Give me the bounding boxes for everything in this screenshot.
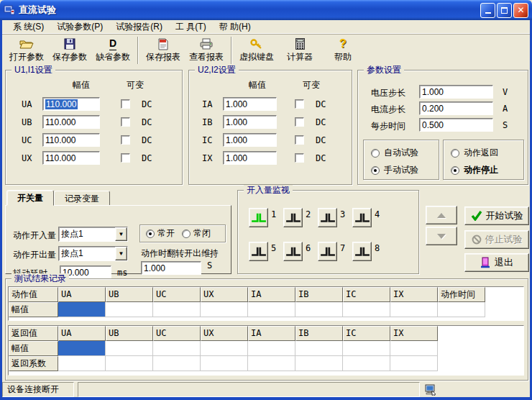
virtual-keyboard-button[interactable]: 虚拟键盘 (235, 35, 278, 65)
channel-4-number: 4 (375, 209, 380, 219)
action-stop-option[interactable]: 动作停止 (451, 164, 498, 176)
uc-amplitude-input[interactable]: 110.000 (42, 133, 100, 147)
menu-system[interactable]: 系 统(S) (6, 20, 50, 34)
auto-test-radio[interactable] (371, 149, 380, 158)
ux-dc-checkbox[interactable] (121, 153, 130, 163)
ix-dc-checkbox[interactable] (295, 153, 304, 163)
ua-dc-checkbox[interactable] (121, 99, 130, 109)
current-step-input[interactable]: 0.200 (419, 101, 493, 115)
return-cell[interactable] (248, 341, 295, 356)
channel-2-button[interactable] (283, 208, 303, 227)
ub-dc-checkbox[interactable] (121, 117, 130, 127)
return-value-table: 返回值 UA UB UC UX IA IB IC IX 幅值 返回系数 (9, 326, 523, 371)
open-params-button[interactable]: 打开参数 (5, 35, 48, 65)
channel-7-button[interactable] (318, 242, 337, 261)
return-cell[interactable] (153, 341, 201, 356)
status-message-panel (78, 382, 420, 397)
menu-help[interactable]: 帮 助(H) (213, 20, 257, 34)
action-cell-ua-selected[interactable] (58, 302, 106, 317)
menu-tools[interactable]: 工 具(T) (169, 20, 213, 34)
ux-amplitude-input[interactable]: 110.000 (42, 151, 100, 165)
uc-dc-checkbox[interactable] (121, 135, 130, 145)
channel-8-button[interactable] (352, 242, 372, 261)
calculator-button[interactable]: 计算器 (278, 35, 321, 65)
stop-test-button[interactable]: 停止试验 (464, 230, 529, 249)
flip-hold-input[interactable]: 1.000 (141, 261, 201, 275)
ia-amplitude-input[interactable]: 1.000 (223, 97, 277, 111)
return-cell-ua-selected[interactable] (58, 341, 106, 356)
channel-3-number: 3 (340, 209, 345, 219)
exit-button[interactable]: 退出 (464, 253, 529, 272)
ix-amplitude-input[interactable]: 1.000 (223, 151, 277, 165)
manual-test-radio[interactable] (371, 166, 380, 175)
menu-test-params[interactable]: 试验参数(P) (50, 20, 109, 34)
auto-test-option[interactable]: 自动试验 (371, 147, 418, 159)
ib-amplitude-input[interactable]: 1.000 (223, 115, 277, 129)
action-cell[interactable] (248, 302, 295, 317)
u1-amp-header: 幅值 (45, 79, 117, 91)
action-cell[interactable] (343, 302, 390, 317)
step-up-button[interactable] (426, 206, 457, 224)
ib-dc-checkbox[interactable] (295, 117, 304, 127)
view-report-button[interactable]: 查看报表 (185, 35, 228, 65)
maximize-button[interactable] (497, 3, 512, 18)
step-down-button[interactable] (426, 227, 457, 245)
normally-open-radio[interactable] (146, 229, 155, 238)
default-params-button[interactable]: D 缺省参数 (91, 35, 134, 65)
start-test-button[interactable]: 开始试验 (464, 206, 529, 225)
ia-dc-checkbox[interactable] (295, 99, 304, 109)
action-cell[interactable] (295, 302, 343, 317)
return-cell[interactable] (343, 356, 390, 371)
action-return-option[interactable]: 动作返回 (451, 147, 498, 159)
menu-test-report[interactable]: 试验报告(R) (109, 20, 169, 34)
return-cell[interactable] (106, 356, 153, 371)
tab-switch-quantity[interactable]: 开关量 (6, 190, 54, 206)
ic-amplitude-input[interactable]: 1.000 (223, 133, 277, 147)
normally-closed-radio[interactable] (182, 229, 191, 238)
action-cell[interactable] (153, 302, 201, 317)
minimize-button[interactable] (480, 3, 495, 18)
return-row-label-coefficient: 返回系数 (9, 356, 58, 371)
action-cell[interactable] (106, 302, 153, 317)
return-cell[interactable] (106, 341, 153, 356)
return-cell[interactable] (201, 356, 248, 371)
action-cell[interactable] (201, 302, 248, 317)
connection-status: 设备连接断开 (2, 382, 74, 397)
normally-closed-option[interactable]: 常闭 (182, 227, 211, 240)
return-cell[interactable] (153, 356, 201, 371)
tab-record-variable[interactable]: 记录变量 (54, 191, 110, 206)
channel-5-button[interactable] (249, 242, 268, 261)
action-cell[interactable] (390, 302, 438, 317)
ua-amplitude-input[interactable]: 110.000 (42, 97, 100, 111)
return-cell[interactable] (201, 341, 248, 356)
normally-open-option[interactable]: 常开 (146, 227, 175, 240)
dropdown-arrow-icon[interactable]: ▼ (115, 227, 127, 241)
channel-3-button[interactable] (318, 208, 337, 227)
return-cell[interactable] (58, 356, 106, 371)
return-cell[interactable] (390, 356, 438, 371)
return-cell[interactable] (295, 356, 343, 371)
close-button[interactable]: ✕ (513, 3, 528, 18)
help-button[interactable]: ? 帮助 (321, 35, 364, 65)
return-cell[interactable] (248, 356, 295, 371)
voltage-step-unit: V (503, 87, 508, 97)
return-cell[interactable] (390, 341, 438, 356)
return-cell[interactable] (343, 341, 390, 356)
action-return-radio[interactable] (451, 149, 459, 158)
voltage-step-input[interactable]: 1.000 (419, 85, 493, 99)
action-output-select[interactable]: 接点1 ▼ (58, 246, 128, 261)
save-report-button[interactable]: 保存报表 (142, 35, 185, 65)
channel-1-button[interactable] (249, 208, 268, 227)
action-stop-radio[interactable] (451, 166, 459, 175)
ub-amplitude-input[interactable]: 110.000 (42, 115, 100, 129)
return-cell[interactable] (295, 341, 343, 356)
action-input-select[interactable]: 接点1 ▼ (58, 227, 128, 242)
channel-4-button[interactable] (352, 208, 372, 227)
action-cell[interactable] (438, 302, 485, 317)
manual-test-option[interactable]: 手动试验 (371, 164, 418, 176)
step-time-input[interactable]: 0.500 (419, 118, 493, 132)
ic-dc-checkbox[interactable] (295, 135, 304, 145)
dropdown-arrow-icon[interactable]: ▼ (115, 247, 127, 260)
save-params-button[interactable]: 保存参数 (48, 35, 91, 65)
channel-6-button[interactable] (283, 242, 303, 261)
